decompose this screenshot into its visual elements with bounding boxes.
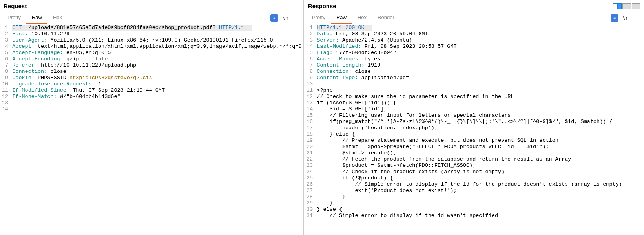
request-toolbar: ≡ \n: [270, 14, 302, 22]
response-toolbar: ≡ \n: [611, 14, 642, 22]
request-pane: Request PrettyRawHex ≡ \n 1 2 3 4 5 6 7 …: [0, 0, 304, 235]
tab-pretty[interactable]: Pretty: [2, 12, 26, 24]
request-title: Request: [0, 0, 30, 12]
wrap-icon[interactable]: \n: [282, 15, 288, 21]
action-icon[interactable]: ≡: [611, 14, 618, 22]
tab-hex[interactable]: Hex: [352, 12, 372, 24]
request-header: Request: [0, 0, 303, 12]
tab-raw[interactable]: Raw: [331, 12, 352, 24]
request-editor[interactable]: 1 2 3 4 5 6 7 8 9 10 11 12 13 14 GET /up…: [0, 24, 303, 235]
layout-horizontal-button[interactable]: [622, 3, 631, 9]
layout-single-button[interactable]: [632, 3, 640, 9]
layout-vertical-button[interactable]: [613, 3, 622, 9]
menu-icon[interactable]: [633, 16, 639, 20]
response-title: Response: [305, 0, 339, 12]
response-tabs: PrettyRawHexRender ≡ \n: [305, 12, 644, 24]
request-tabs: PrettyRawHex ≡ \n: [0, 12, 303, 24]
menu-icon[interactable]: [292, 16, 299, 20]
wrap-icon[interactable]: \n: [622, 15, 629, 21]
tab-render[interactable]: Render: [372, 12, 400, 24]
action-icon[interactable]: ≡: [270, 14, 278, 22]
tab-hex[interactable]: Hex: [47, 12, 68, 24]
response-header: Response: [305, 0, 644, 12]
response-pane: Response PrettyRawHexRender ≡ \n 1 2 3 4…: [305, 0, 644, 235]
response-editor[interactable]: 1 2 3 4 5 6 7 8 9 10 11 12 13 14 15 16 1…: [305, 24, 644, 235]
layout-buttons: [610, 2, 644, 11]
tab-pretty[interactable]: Pretty: [306, 12, 331, 24]
tab-raw[interactable]: Raw: [26, 12, 47, 24]
